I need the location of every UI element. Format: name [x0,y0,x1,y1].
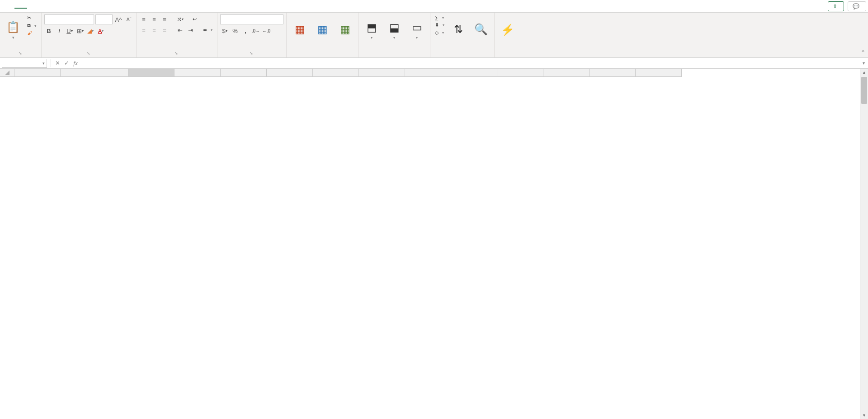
col-header-d[interactable] [175,69,221,77]
decrease-font-icon[interactable]: Aˇ [124,15,133,24]
number-format-select[interactable] [220,14,283,24]
eraser-icon: ◇ [435,30,439,36]
underline-button[interactable]: U ▾ [65,26,74,35]
col-header-i[interactable] [405,69,451,77]
col-header-h[interactable] [359,69,405,77]
paste-button[interactable]: 📋 ▾ [3,14,24,46]
font-size-select[interactable] [95,14,113,24]
delete-cells-button[interactable]: ⬓▾ [384,14,405,46]
col-header-e[interactable] [221,69,267,77]
insert-icon: ⬒ [367,21,377,34]
align-left-icon[interactable]: ≡ [139,25,148,34]
tab-home[interactable] [14,4,27,9]
tab-insert[interactable] [27,5,40,8]
tab-developer[interactable] [103,5,116,8]
autosum-button[interactable]: ∑ ▾ [433,14,446,21]
col-header-c[interactable] [128,69,175,77]
tab-formulas[interactable] [52,5,65,8]
tab-data[interactable] [65,5,78,8]
collapse-ribbon-icon[interactable]: ⌃ [861,49,865,56]
accept-formula-icon[interactable]: ✓ [62,60,71,66]
scroll-up-icon[interactable]: ▲ [860,69,868,76]
copy-button[interactable]: ⧉ ▾ [25,22,38,29]
italic-button[interactable]: I [55,26,64,35]
increase-indent-icon[interactable]: ⇥ [186,25,195,34]
cell-styles-icon: ▦ [340,23,350,36]
tab-view[interactable] [90,5,103,8]
sort-filter-button[interactable]: ⇅ [448,14,469,46]
col-header-m[interactable] [590,69,636,77]
col-header-l[interactable] [543,69,590,77]
col-header-b[interactable] [61,69,128,77]
font-launcher-icon[interactable]: ⤡ [87,51,91,56]
align-right-icon[interactable]: ≡ [160,25,169,34]
tab-page-layout[interactable] [40,5,52,8]
conditional-formatting-button[interactable]: ▦ [289,14,310,46]
format-as-table-button[interactable]: ▦ [312,14,333,46]
col-header-a[interactable] [14,69,61,77]
comments-button[interactable]: 💬 [848,1,866,11]
col-header-j[interactable] [451,69,497,77]
align-top-icon[interactable]: ≡ [139,14,148,24]
cells-area[interactable] [14,77,860,419]
font-name-select[interactable] [44,14,94,24]
increase-decimal-icon[interactable]: .0→ [251,26,260,35]
font-color-button[interactable]: A ▾ [96,26,105,35]
scroll-thumb[interactable] [861,77,867,104]
col-header-n[interactable] [636,69,682,77]
number-launcher-icon[interactable]: ⤡ [250,51,254,56]
editing-group-label [433,55,491,56]
find-select-button[interactable]: 🔍 [471,14,491,46]
align-center-icon[interactable]: ≡ [150,25,159,34]
decrease-decimal-icon[interactable]: ←.0 [262,26,271,35]
format-cells-button[interactable]: ▭▾ [406,14,427,46]
share-button[interactable]: ⇪ [828,1,844,11]
row-headers [0,77,14,419]
tab-help[interactable] [116,5,128,8]
group-font: A^ Aˇ B I U ▾ ⊞ ▾ ◢ ▾ A ▾ ⤡ [42,13,137,57]
cell-styles-button[interactable]: ▦ [335,14,355,46]
align-bottom-icon[interactable]: ≡ [160,14,169,24]
name-box[interactable] [2,59,47,68]
merge-center-button[interactable]: ⬌ ▾ [201,27,214,33]
comment-icon: 💬 [853,3,859,9]
alignment-launcher-icon[interactable]: ⤡ [175,51,179,56]
scroll-down-icon[interactable]: ▼ [860,412,868,419]
tab-review[interactable] [78,5,90,8]
clipboard-launcher-icon[interactable]: ⤡ [19,51,23,56]
bold-button[interactable]: B [44,26,53,35]
group-number: $ ▾ % , .0→ ←.0 ⤡ [217,13,287,57]
ideas-button[interactable]: ⚡ [497,14,518,46]
increase-font-icon[interactable]: A^ [114,15,123,24]
tab-file[interactable] [2,5,14,8]
fill-color-button[interactable]: ◢ ▾ [86,26,95,35]
orientation-icon[interactable]: ⤭ ▾ [175,14,184,24]
paste-icon: 📋 [6,21,20,33]
wrap-text-button[interactable]: ↩ [191,16,200,23]
decrease-indent-icon[interactable]: ⇤ [175,25,184,34]
col-header-g[interactable] [313,69,359,77]
formula-input[interactable] [80,59,859,68]
brush-icon: 🖌 [27,30,32,36]
col-header-f[interactable] [267,69,313,77]
accounting-format-icon[interactable]: $ ▾ [220,26,229,35]
border-button[interactable]: ⊞ ▾ [75,26,85,35]
format-painter-button[interactable]: 🖌 [25,30,38,36]
fx-icon[interactable]: fx [71,60,80,67]
chevron-down-icon: ▾ [12,35,14,40]
comma-icon[interactable]: , [241,26,250,35]
vertical-scrollbar[interactable]: ▲ ▼ [860,69,868,419]
col-header-k[interactable] [497,69,543,77]
align-middle-icon[interactable]: ≡ [150,14,159,24]
ribbon: 📋 ▾ ✂ ⧉ ▾ 🖌 ⤡ A^ Aˇ B I U ▾ [0,13,868,58]
search-icon: 🔍 [474,23,488,36]
insert-cells-button[interactable]: ⬒▾ [361,14,382,46]
percent-icon[interactable]: % [231,26,240,35]
cancel-formula-icon[interactable]: ✕ [53,60,62,66]
group-clipboard: 📋 ▾ ✂ ⧉ ▾ 🖌 ⤡ [0,13,42,57]
fill-button[interactable]: ⬇ ▾ [433,22,446,28]
expand-formula-bar-icon[interactable]: ▾ [859,61,868,66]
cut-button[interactable]: ✂ [25,14,38,21]
clear-button[interactable]: ◇ ▾ [433,29,446,36]
select-all-corner[interactable] [0,69,14,77]
